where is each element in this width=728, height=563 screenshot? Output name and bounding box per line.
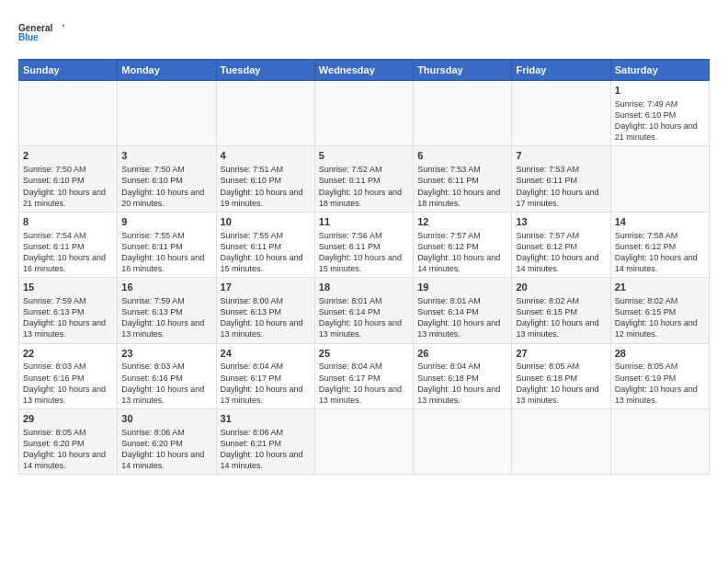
day-number: 18 <box>319 281 409 294</box>
calendar-cell-22: 22Sunrise: 8:03 AMSunset: 6:16 PMDayligh… <box>19 343 118 408</box>
calendar-cell-5: 5Sunrise: 7:52 AMSunset: 6:11 PMDaylight… <box>314 146 413 212</box>
day-number: 8 <box>23 215 113 229</box>
calendar-row: 8Sunrise: 7:54 AMSunset: 6:11 PMDaylight… <box>19 212 710 277</box>
header-row: SundayMondayTuesdayWednesdayThursdayFrid… <box>19 60 710 81</box>
day-number: 10 <box>221 215 311 229</box>
day-number: 26 <box>417 347 507 361</box>
calendar-cell-16: 16Sunrise: 7:59 AMSunset: 6:13 PMDayligh… <box>118 278 216 343</box>
day-number: 16 <box>121 281 211 294</box>
day-number: 21 <box>615 281 705 294</box>
day-number: 1 <box>615 84 705 98</box>
calendar-cell-1: 1Sunrise: 7:49 AMSunset: 6:10 PMDaylight… <box>610 81 709 146</box>
empty-cell <box>118 81 216 146</box>
day-number: 7 <box>516 149 606 163</box>
day-number: 2 <box>23 149 113 163</box>
empty-cell <box>512 81 610 146</box>
empty-cell <box>512 409 610 475</box>
day-number: 30 <box>121 412 211 426</box>
day-number: 22 <box>23 347 113 361</box>
calendar-cell-7: 7Sunrise: 7:53 AMSunset: 6:11 PMDaylight… <box>512 146 610 212</box>
day-number: 31 <box>221 412 311 426</box>
day-number: 9 <box>121 215 211 229</box>
day-number: 20 <box>516 281 606 294</box>
calendar-cell-18: 18Sunrise: 8:01 AMSunset: 6:14 PMDayligh… <box>314 278 413 343</box>
calendar-cell-9: 9Sunrise: 7:55 AMSunset: 6:11 PMDaylight… <box>118 212 216 277</box>
logo-svg: General Blue <box>18 17 64 50</box>
calendar-row: 1Sunrise: 7:49 AMSunset: 6:10 PMDaylight… <box>19 81 710 146</box>
calendar-cell-30: 30Sunrise: 8:06 AMSunset: 6:20 PMDayligh… <box>118 409 216 475</box>
calendar-cell-24: 24Sunrise: 8:04 AMSunset: 6:17 PMDayligh… <box>216 343 314 408</box>
calendar-cell-23: 23Sunrise: 8:03 AMSunset: 6:16 PMDayligh… <box>118 343 216 408</box>
calendar-cell-19: 19Sunrise: 8:01 AMSunset: 6:14 PMDayligh… <box>414 278 512 343</box>
calendar-table: SundayMondayTuesdayWednesdayThursdayFrid… <box>18 59 710 475</box>
calendar-cell-12: 12Sunrise: 7:57 AMSunset: 6:12 PMDayligh… <box>414 212 512 277</box>
empty-cell <box>314 81 413 146</box>
calendar-cell-14: 14Sunrise: 7:58 AMSunset: 6:12 PMDayligh… <box>610 212 709 277</box>
day-number: 12 <box>417 215 507 229</box>
empty-cell <box>216 81 314 146</box>
calendar-cell-20: 20Sunrise: 8:02 AMSunset: 6:15 PMDayligh… <box>512 278 610 343</box>
header-day-monday: Monday <box>118 60 216 81</box>
header-day-tuesday: Tuesday <box>216 60 314 81</box>
calendar-cell-3: 3Sunrise: 7:50 AMSunset: 6:10 PMDaylight… <box>118 146 216 212</box>
calendar-cell-29: 29Sunrise: 8:05 AMSunset: 6:20 PMDayligh… <box>19 409 118 475</box>
day-number: 17 <box>221 281 311 294</box>
calendar-row: 2Sunrise: 7:50 AMSunset: 6:10 PMDaylight… <box>19 146 710 212</box>
empty-cell <box>610 146 709 212</box>
calendar-row: 22Sunrise: 8:03 AMSunset: 6:16 PMDayligh… <box>19 343 710 408</box>
svg-text:Blue: Blue <box>18 32 39 42</box>
calendar-cell-4: 4Sunrise: 7:51 AMSunset: 6:10 PMDaylight… <box>216 146 314 212</box>
page-header: General Blue <box>18 17 710 50</box>
empty-cell <box>414 409 512 475</box>
calendar-cell-25: 25Sunrise: 8:04 AMSunset: 6:17 PMDayligh… <box>314 343 413 408</box>
day-number: 14 <box>615 215 705 229</box>
calendar-cell-6: 6Sunrise: 7:53 AMSunset: 6:11 PMDaylight… <box>414 146 512 212</box>
logo: General Blue <box>18 17 64 50</box>
day-number: 6 <box>417 149 507 163</box>
calendar-page: General Blue SundayMondayTuesdayWednesda… <box>0 0 728 563</box>
calendar-body: 1Sunrise: 7:49 AMSunset: 6:10 PMDaylight… <box>19 81 710 475</box>
calendar-cell-28: 28Sunrise: 8:05 AMSunset: 6:19 PMDayligh… <box>610 343 709 408</box>
calendar-cell-27: 27Sunrise: 8:05 AMSunset: 6:18 PMDayligh… <box>512 343 610 408</box>
svg-marker-2 <box>63 23 65 29</box>
calendar-cell-13: 13Sunrise: 7:57 AMSunset: 6:12 PMDayligh… <box>512 212 610 277</box>
day-number: 29 <box>23 412 113 426</box>
calendar-cell-8: 8Sunrise: 7:54 AMSunset: 6:11 PMDaylight… <box>19 212 118 277</box>
svg-text:General: General <box>18 23 52 33</box>
empty-cell <box>610 409 709 475</box>
day-number: 23 <box>121 347 211 361</box>
day-number: 25 <box>319 347 409 361</box>
header-day-thursday: Thursday <box>414 60 512 81</box>
header-day-sunday: Sunday <box>19 60 118 81</box>
day-number: 27 <box>516 347 606 361</box>
calendar-row: 15Sunrise: 7:59 AMSunset: 6:13 PMDayligh… <box>19 278 710 343</box>
empty-cell <box>414 81 512 146</box>
day-number: 4 <box>221 149 311 163</box>
header-day-friday: Friday <box>512 60 610 81</box>
calendar-cell-31: 31Sunrise: 8:06 AMSunset: 6:21 PMDayligh… <box>216 409 314 475</box>
day-number: 28 <box>615 347 705 361</box>
day-number: 11 <box>319 215 409 229</box>
day-number: 13 <box>516 215 606 229</box>
calendar-row: 29Sunrise: 8:05 AMSunset: 6:20 PMDayligh… <box>19 409 710 475</box>
day-number: 24 <box>221 347 311 361</box>
calendar-header: SundayMondayTuesdayWednesdayThursdayFrid… <box>19 60 710 81</box>
calendar-cell-15: 15Sunrise: 7:59 AMSunset: 6:13 PMDayligh… <box>19 278 118 343</box>
calendar-cell-26: 26Sunrise: 8:04 AMSunset: 6:18 PMDayligh… <box>414 343 512 408</box>
day-number: 19 <box>417 281 507 294</box>
calendar-cell-21: 21Sunrise: 8:02 AMSunset: 6:15 PMDayligh… <box>610 278 709 343</box>
calendar-cell-10: 10Sunrise: 7:55 AMSunset: 6:11 PMDayligh… <box>216 212 314 277</box>
empty-cell <box>19 81 118 146</box>
calendar-cell-17: 17Sunrise: 8:00 AMSunset: 6:13 PMDayligh… <box>216 278 314 343</box>
header-day-saturday: Saturday <box>610 60 709 81</box>
calendar-cell-11: 11Sunrise: 7:56 AMSunset: 6:11 PMDayligh… <box>314 212 413 277</box>
day-number: 15 <box>23 281 113 294</box>
header-day-wednesday: Wednesday <box>314 60 413 81</box>
day-number: 5 <box>319 149 409 163</box>
calendar-cell-2: 2Sunrise: 7:50 AMSunset: 6:10 PMDaylight… <box>19 146 118 212</box>
empty-cell <box>314 409 413 475</box>
day-number: 3 <box>121 149 211 163</box>
